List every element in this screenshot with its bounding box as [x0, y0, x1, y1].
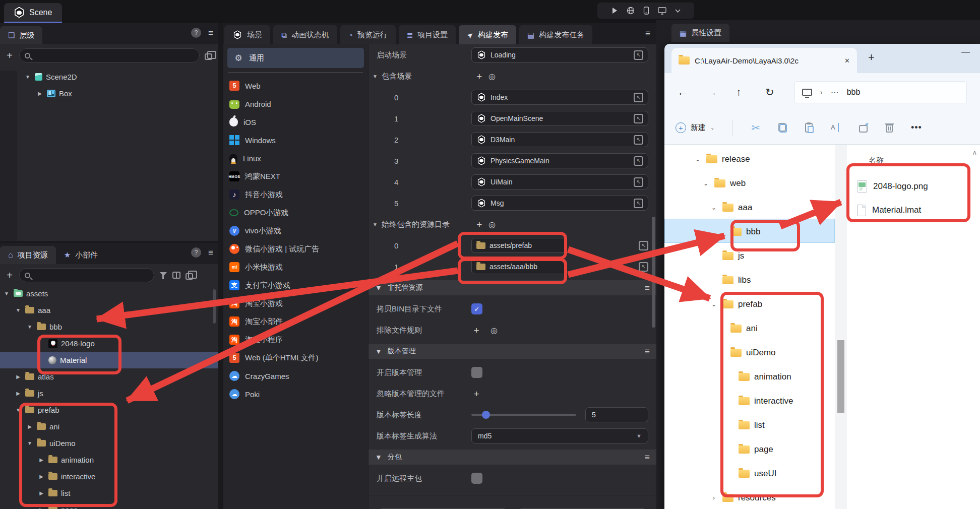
asset-node-prefab[interactable]: ▼prefab [0, 402, 218, 418]
platform-item-鸿蒙next[interactable]: HMOS鸿蒙NEXT [223, 167, 368, 185]
platform-item-vivo小游戏[interactable]: Vvivo小游戏 [223, 222, 368, 240]
resources-search-input[interactable] [19, 268, 154, 282]
tab-动画状态机[interactable]: ⧉动画状态机 [273, 25, 337, 44]
share-icon[interactable] [859, 125, 868, 133]
explorer-folder-interactive[interactable]: interactive [664, 389, 793, 413]
tab-project-resources[interactable]: ⌂ 项目资源 [0, 246, 56, 264]
section-menu-icon[interactable]: ≡ [645, 284, 650, 292]
platform-item-ios[interactable]: iOS [223, 113, 368, 131]
copy-icon[interactable] [778, 123, 787, 133]
pick-asset-icon[interactable]: ↖ [634, 114, 643, 123]
section-menu-icon[interactable]: ≡ [645, 347, 650, 356]
platform-item-general[interactable]: ⚙ 通用 [227, 48, 364, 68]
copy-bin-checkbox[interactable]: ✓ [471, 303, 482, 314]
tab-预览运行[interactable]: ◔预览运行 [340, 25, 396, 44]
add-node-button[interactable]: + [5, 50, 14, 60]
tab-构建发布[interactable]: ➤构建发布 [459, 25, 516, 44]
section-menu-icon[interactable]: ≡ [645, 453, 650, 462]
filter-icon[interactable] [159, 272, 167, 279]
tag-length-value-field[interactable]: 5 [585, 407, 648, 422]
scene-field-0[interactable]: Index↖ [471, 90, 648, 105]
play-button[interactable] [611, 7, 618, 14]
platform-item-crazygames[interactable]: ☁CrazyGames [223, 367, 368, 385]
resources-scrollbar[interactable] [213, 289, 216, 324]
settings-scrollbar[interactable] [652, 217, 655, 328]
explorer-folder-release[interactable]: ⌄release [664, 147, 750, 171]
tree-scrollbar-thumb[interactable] [837, 340, 844, 413]
asset-node-js[interactable]: ▶js [0, 385, 218, 402]
cut-icon[interactable]: ✂ [751, 122, 760, 134]
minimize-window-button[interactable]: — [961, 47, 970, 57]
asset-node-ani[interactable]: ▶ani [0, 418, 218, 435]
device-caret-down-icon[interactable] [675, 9, 681, 13]
tabbar-menu-icon[interactable]: ≡ [645, 29, 650, 39]
refresh-button[interactable]: ↻ [765, 86, 794, 98]
asset-node-page[interactable]: ▶page [0, 501, 218, 509]
platform-item-抖音小游戏[interactable]: ♪抖音小游戏 [223, 185, 368, 204]
asset-node-bbb[interactable]: ▼bbb [0, 319, 218, 335]
explorer-folder-useui[interactable]: useUI [664, 462, 776, 486]
collapse-all-icon[interactable] [186, 273, 193, 280]
add-asset-button[interactable]: + [5, 270, 14, 280]
up-button[interactable]: ↑ [736, 86, 765, 98]
asset-node-assets[interactable]: ▼assets [0, 285, 218, 302]
explorer-folder-web[interactable]: ⌄web [664, 171, 746, 196]
enable-version-checkbox[interactable] [471, 367, 482, 378]
help-icon[interactable]: ? [191, 247, 201, 258]
close-tab-icon[interactable]: ✕ [844, 57, 850, 65]
tree-scrollbar-track[interactable] [835, 145, 847, 509]
panel-menu-icon[interactable]: ≡ [208, 29, 213, 37]
chevron-icon[interactable]: ▶ [38, 507, 45, 509]
tab-widgets[interactable]: ★ 小部件 [56, 246, 106, 264]
chevron-icon[interactable]: ▶ [38, 490, 45, 496]
chevron-icon[interactable]: ⌄ [710, 301, 718, 308]
platform-item-淘宝小程序[interactable]: 淘淘宝小程序 [223, 331, 368, 349]
chevron-icon[interactable]: ▶ [38, 474, 45, 479]
chevron-down-icon[interactable]: ▼ [373, 74, 378, 79]
platform-item-淘宝小游戏[interactable]: 淘淘宝小游戏 [223, 294, 368, 312]
chevron-icon[interactable]: ▶ [36, 91, 43, 96]
add-scene-button[interactable]: + [474, 72, 484, 81]
platform-item-淘宝小部件[interactable]: 淘淘宝小部件 [223, 312, 368, 331]
tag-algo-select[interactable]: md5 ▼ [471, 428, 648, 443]
preset-icon[interactable]: ◎ [491, 326, 498, 335]
asset-node-2048-logo[interactable]: 2048-logo [0, 335, 218, 352]
explorer-folder-animation[interactable]: animation [664, 365, 791, 389]
two-column-view-icon[interactable] [172, 272, 180, 279]
collapse-all-icon[interactable] [205, 53, 212, 60]
explorer-tab[interactable]: C:\LayaAir-Demo\LayaAi3.0\2c ✕ [671, 48, 857, 73]
chevron-icon[interactable]: ⌄ [718, 349, 726, 356]
new-tab-button[interactable]: + [868, 51, 875, 64]
platform-item-微信小游戏-试玩广告[interactable]: 微信小游戏 | 试玩广告 [223, 240, 368, 258]
pick-asset-icon[interactable]: ↖ [634, 135, 643, 145]
more-options-icon[interactable]: ••• [911, 122, 922, 133]
asset-node-material[interactable]: Material [0, 352, 218, 368]
add-exclude-rule-button[interactable]: + [471, 326, 481, 335]
monitor-icon[interactable] [658, 7, 666, 15]
tab-构建发布任务[interactable]: ▤构建发布任务 [519, 25, 592, 44]
platform-item-web-单个html文件[interactable]: 5Web (单个HTML文件) [223, 349, 368, 367]
scene-field-2[interactable]: D3Main↖ [471, 132, 648, 147]
breadcrumb-ellipsis[interactable]: ⋯ [831, 88, 839, 97]
startup-scene-field[interactable]: Loading ↖ [471, 47, 648, 62]
pick-asset-icon[interactable]: ↖ [634, 50, 643, 60]
platform-item-poki[interactable]: ☁Poki [223, 385, 368, 403]
new-item-button[interactable]: + 新建 ⌄ [676, 122, 714, 133]
dir-field-0[interactable]: assets/prefab [471, 238, 567, 253]
scroll-up-icon[interactable]: ∧ [972, 149, 977, 156]
tag-length-slider[interactable] [471, 414, 576, 416]
explorer-folder-prefab[interactable]: ⌄prefab [664, 292, 762, 316]
delete-icon[interactable] [886, 124, 893, 133]
scene-field-1[interactable]: OpenMainScene↖ [471, 111, 648, 126]
section-unmanaged-assets[interactable]: ▼ 非托管资源 ≡ [369, 280, 656, 295]
pick-asset-icon[interactable]: ↖ [634, 199, 643, 208]
chevron-icon[interactable]: ⌄ [694, 156, 702, 163]
hierarchy-node-box[interactable]: ▶Box [0, 85, 218, 102]
chevron-icon[interactable]: ▶ [38, 457, 45, 463]
tab-场景[interactable]: 场景 [224, 25, 270, 44]
scene-field-5[interactable]: Msg↖ [471, 196, 648, 211]
explorer-folder-ani[interactable]: ani [664, 316, 758, 341]
file-item-material-lmat[interactable]: Material.lmat [857, 200, 921, 220]
explorer-folder-uidemo[interactable]: ⌄uiDemo [664, 341, 776, 365]
dir-field-1[interactable]: assets/aaa/bbb [471, 259, 567, 274]
